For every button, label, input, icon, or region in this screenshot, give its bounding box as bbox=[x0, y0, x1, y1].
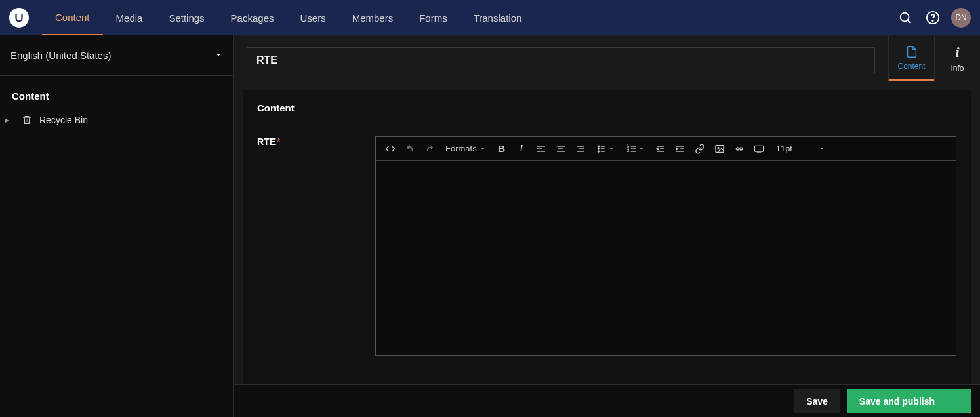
content-group: Content RTE* Formats bbox=[243, 90, 971, 408]
help-icon[interactable] bbox=[924, 9, 942, 27]
nav-members[interactable]: Members bbox=[339, 0, 407, 35]
language-label: English (United States) bbox=[10, 50, 111, 61]
info-icon: i bbox=[955, 44, 959, 61]
svg-point-3 bbox=[932, 20, 933, 21]
sidebar: English (United States) Content ▸ Recycl… bbox=[0, 35, 234, 417]
trash-icon bbox=[21, 115, 33, 125]
footer-bar: Save Save and publish bbox=[234, 384, 980, 417]
svg-point-35 bbox=[736, 148, 739, 150]
nav-forms[interactable]: Forms bbox=[406, 0, 460, 35]
search-icon[interactable] bbox=[896, 9, 914, 27]
font-size-selector[interactable]: 11pt bbox=[771, 144, 830, 153]
nav-users[interactable]: Users bbox=[287, 0, 338, 35]
language-selector[interactable]: English (United States) bbox=[0, 35, 233, 76]
svg-text:3: 3 bbox=[627, 149, 629, 153]
redo-icon[interactable] bbox=[422, 141, 438, 157]
svg-point-17 bbox=[598, 151, 599, 152]
bold-icon[interactable]: B bbox=[494, 141, 510, 157]
group-title: Content bbox=[243, 90, 971, 123]
align-right-icon[interactable] bbox=[573, 141, 588, 157]
numbered-list-icon[interactable]: 123 bbox=[623, 144, 649, 154]
align-center-icon[interactable] bbox=[553, 141, 569, 157]
main-panel: Content i Info Content RTE* bbox=[234, 35, 980, 417]
document-title-input[interactable] bbox=[247, 47, 875, 73]
indent-icon[interactable] bbox=[672, 141, 688, 157]
nav-translation[interactable]: Translation bbox=[460, 0, 535, 35]
tree-recycle-bin[interactable]: ▸ Recycle Bin bbox=[0, 108, 233, 132]
align-left-icon[interactable] bbox=[533, 141, 549, 157]
nav-items: Content Media Settings Packages Users Me… bbox=[42, 0, 535, 35]
avatar[interactable]: DN bbox=[951, 8, 971, 28]
publish-dropdown-caret[interactable] bbox=[947, 389, 971, 413]
top-nav: Content Media Settings Packages Users Me… bbox=[0, 0, 980, 35]
rte-editor: Formats B I bbox=[375, 136, 956, 356]
rte-canvas[interactable] bbox=[376, 161, 956, 355]
link-icon[interactable] bbox=[692, 141, 708, 157]
caret-right-icon: ▸ bbox=[5, 115, 14, 125]
svg-point-0 bbox=[901, 13, 909, 22]
logo[interactable] bbox=[9, 8, 29, 28]
outdent-icon[interactable] bbox=[653, 141, 668, 157]
bullet-list-icon[interactable] bbox=[592, 144, 619, 154]
embed-icon[interactable] bbox=[751, 141, 767, 157]
italic-icon[interactable]: I bbox=[514, 141, 529, 157]
nav-packages[interactable]: Packages bbox=[218, 0, 287, 35]
formats-dropdown[interactable]: Formats bbox=[441, 144, 490, 153]
save-and-publish-button[interactable]: Save and publish bbox=[847, 389, 947, 413]
source-code-icon[interactable] bbox=[382, 141, 398, 157]
app-tab-info[interactable]: i Info bbox=[934, 35, 980, 81]
undo-icon[interactable] bbox=[402, 141, 418, 157]
svg-point-36 bbox=[739, 148, 742, 150]
app-tab-label: Content bbox=[897, 62, 925, 71]
svg-line-1 bbox=[908, 20, 910, 23]
svg-point-15 bbox=[598, 146, 599, 147]
svg-point-16 bbox=[598, 148, 599, 149]
macro-icon[interactable] bbox=[731, 141, 747, 157]
svg-point-34 bbox=[718, 147, 719, 148]
property-label: RTE* bbox=[257, 136, 375, 395]
rte-toolbar: Formats B I bbox=[376, 137, 956, 161]
app-tab-label: Info bbox=[950, 64, 964, 73]
nav-content[interactable]: Content bbox=[42, 0, 103, 35]
svg-rect-37 bbox=[754, 146, 763, 151]
image-icon[interactable] bbox=[712, 141, 727, 157]
nav-settings[interactable]: Settings bbox=[155, 0, 217, 35]
chevron-down-icon bbox=[214, 50, 222, 61]
tree-header[interactable]: Content bbox=[0, 84, 233, 108]
tree-item-label: Recycle Bin bbox=[39, 115, 88, 125]
nav-media[interactable]: Media bbox=[103, 0, 156, 35]
app-tab-content[interactable]: Content bbox=[888, 35, 934, 81]
save-button[interactable]: Save bbox=[794, 389, 840, 413]
